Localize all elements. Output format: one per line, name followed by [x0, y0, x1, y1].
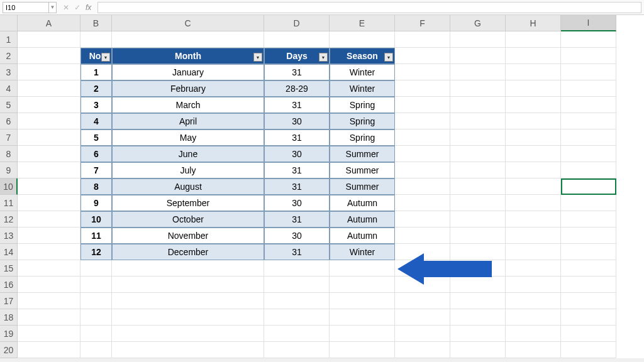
row-header-6[interactable]: 6	[0, 113, 18, 129]
row-header-8[interactable]: 8	[0, 146, 18, 162]
cell-E10[interactable]: Summer	[330, 178, 395, 195]
cell-B13[interactable]: 11	[80, 228, 112, 244]
name-box-dropdown[interactable]: ▼	[49, 2, 57, 13]
cell-D7[interactable]: 31	[264, 129, 330, 146]
cell-C4[interactable]: February	[112, 80, 264, 97]
cell-A6[interactable]	[18, 113, 80, 129]
cell-A20[interactable]	[18, 342, 80, 358]
cell-E18[interactable]	[330, 309, 395, 326]
cell-F18[interactable]	[395, 309, 450, 326]
row-header-11[interactable]: 11	[0, 195, 18, 211]
row-header-19[interactable]: 19	[0, 326, 18, 342]
cell-G3[interactable]	[450, 64, 506, 80]
cell-G7[interactable]	[450, 129, 506, 146]
cell-E7[interactable]: Spring	[330, 129, 395, 146]
cell-F19[interactable]	[395, 326, 450, 342]
cell-H8[interactable]	[506, 146, 561, 162]
column-header-B[interactable]: B	[80, 15, 112, 31]
filter-button-month[interactable]: ▼	[253, 53, 262, 62]
cell-A14[interactable]	[18, 244, 80, 260]
filter-button-season[interactable]: ▼	[384, 53, 393, 62]
cell-I14[interactable]	[561, 244, 616, 260]
cell-I7[interactable]	[561, 129, 616, 146]
column-header-G[interactable]: G	[450, 15, 506, 31]
cell-H9[interactable]	[506, 162, 561, 178]
select-all-corner[interactable]	[0, 15, 18, 31]
row-header-14[interactable]: 14	[0, 244, 18, 260]
cell-D14[interactable]: 31	[264, 244, 330, 260]
cell-E11[interactable]: Autumn	[330, 195, 395, 211]
cell-I13[interactable]	[561, 228, 616, 244]
cell-B20[interactable]	[80, 342, 112, 358]
cell-C16[interactable]	[112, 277, 264, 293]
cell-G6[interactable]	[450, 113, 506, 129]
column-header-D[interactable]: D	[264, 15, 330, 31]
cell-B14[interactable]: 12	[80, 244, 112, 260]
cell-C1[interactable]	[112, 31, 264, 48]
cell-C10[interactable]: August	[112, 178, 264, 195]
cell-G5[interactable]	[450, 97, 506, 113]
column-header-I[interactable]: I	[561, 15, 616, 31]
row-header-20[interactable]: 20	[0, 342, 18, 358]
column-header-E[interactable]: E	[330, 15, 395, 31]
cell-E17[interactable]	[330, 293, 395, 309]
cell-I20[interactable]	[561, 342, 616, 358]
cell-H2[interactable]	[506, 48, 561, 64]
cell-B5[interactable]: 3	[80, 97, 112, 113]
cell-H5[interactable]	[506, 97, 561, 113]
cell-A19[interactable]	[18, 326, 80, 342]
row-header-15[interactable]: 15	[0, 260, 18, 277]
cell-E9[interactable]: Summer	[330, 162, 395, 178]
row-header-5[interactable]: 5	[0, 97, 18, 113]
cell-C17[interactable]	[112, 293, 264, 309]
cell-G2[interactable]	[450, 48, 506, 64]
cell-I15[interactable]	[561, 260, 616, 277]
cell-B19[interactable]	[80, 326, 112, 342]
cancel-icon[interactable]: ✕	[63, 3, 69, 12]
cell-I16[interactable]	[561, 277, 616, 293]
cell-B18[interactable]	[80, 309, 112, 326]
cell-C12[interactable]: October	[112, 211, 264, 228]
cell-I1[interactable]	[561, 31, 616, 48]
filter-button-no.[interactable]: ▼	[101, 53, 110, 62]
cell-D18[interactable]	[264, 309, 330, 326]
cell-E8[interactable]: Summer	[330, 146, 395, 162]
cell-B2[interactable]: No.▼	[80, 48, 112, 64]
cell-G13[interactable]	[450, 228, 506, 244]
cell-F12[interactable]	[395, 211, 450, 228]
cell-F9[interactable]	[395, 162, 450, 178]
cell-F10[interactable]	[395, 178, 450, 195]
formula-input[interactable]	[97, 2, 641, 13]
cell-E6[interactable]: Spring	[330, 113, 395, 129]
name-box[interactable]: I10	[3, 2, 49, 13]
cell-H15[interactable]	[506, 260, 561, 277]
cell-H17[interactable]	[506, 293, 561, 309]
cell-C14[interactable]: December	[112, 244, 264, 260]
cell-B10[interactable]: 8	[80, 178, 112, 195]
column-header-H[interactable]: H	[506, 15, 561, 31]
cell-D2[interactable]: Days▼	[264, 48, 330, 64]
cell-H3[interactable]	[506, 64, 561, 80]
cell-I9[interactable]	[561, 162, 616, 178]
cell-A4[interactable]	[18, 80, 80, 97]
cell-I6[interactable]	[561, 113, 616, 129]
cell-D11[interactable]: 30	[264, 195, 330, 211]
cell-I2[interactable]	[561, 48, 616, 64]
cell-C9[interactable]: July	[112, 162, 264, 178]
cell-F6[interactable]	[395, 113, 450, 129]
cell-D3[interactable]: 31	[264, 64, 330, 80]
cell-E13[interactable]: Autumn	[330, 228, 395, 244]
cell-C8[interactable]: June	[112, 146, 264, 162]
row-header-17[interactable]: 17	[0, 293, 18, 309]
cell-H10[interactable]	[506, 178, 561, 195]
cell-E4[interactable]: Winter	[330, 80, 395, 97]
cell-E14[interactable]: Winter	[330, 244, 395, 260]
cell-B1[interactable]	[80, 31, 112, 48]
cell-D20[interactable]	[264, 342, 330, 358]
cell-A3[interactable]	[18, 64, 80, 80]
cell-C5[interactable]: March	[112, 97, 264, 113]
cell-D1[interactable]	[264, 31, 330, 48]
cell-E1[interactable]	[330, 31, 395, 48]
cell-H1[interactable]	[506, 31, 561, 48]
cell-F13[interactable]	[395, 228, 450, 244]
